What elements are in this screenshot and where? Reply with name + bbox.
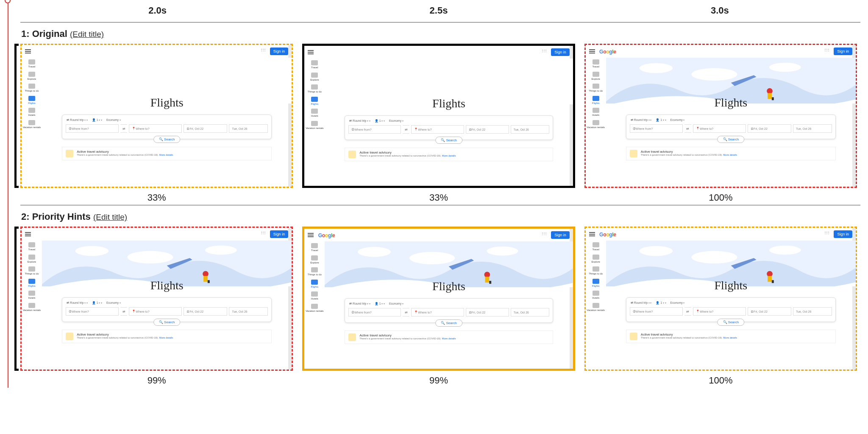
to-field: 📍 Where to? xyxy=(693,307,746,316)
hero-title: Flights xyxy=(714,279,747,292)
svg-rect-27 xyxy=(772,280,774,283)
visual-complete-pct: 99% xyxy=(429,371,448,388)
to-field: 📍 Where to? xyxy=(411,308,464,316)
trip-chip: ⇄ Round trip xyxy=(67,118,88,122)
visual-complete-pct: 33% xyxy=(429,188,448,205)
advisory-icon xyxy=(630,333,637,340)
swap-icon: ⇄ xyxy=(684,124,691,133)
advisory-icon xyxy=(348,151,356,158)
svg-point-2 xyxy=(691,68,737,81)
from-field: ⦿ Where from? xyxy=(348,125,401,134)
sidebar-item: Vacation rentals xyxy=(587,120,605,129)
sidebar-item: Travel xyxy=(587,242,605,251)
from-field: ⦿ Where from? xyxy=(66,307,119,316)
sidebar-item: Travel xyxy=(587,59,605,68)
sidebar-item: Travel xyxy=(22,242,41,251)
apps-grid-icon xyxy=(260,232,265,237)
apps-grid-icon xyxy=(823,232,829,237)
trip-chip: ⇄ Round trip xyxy=(349,119,370,123)
date-to-field: Tue, Oct 26 xyxy=(229,307,268,316)
svg-point-17 xyxy=(487,246,518,255)
sidebar-item: Vacation rentals xyxy=(22,303,41,312)
lcp-bracket xyxy=(14,44,19,188)
search-button: 🔍 Search xyxy=(153,319,181,326)
date-from-field: 🗓 Fri, Oct 22 xyxy=(466,308,509,316)
mini-sidebar: TravelExploreThings to doFlightsHotelsVa… xyxy=(22,241,42,371)
hamburger-icon xyxy=(25,232,31,236)
sidebar-item: Hotels xyxy=(587,108,605,117)
time-header: 2.0s 2.5s 3.0s xyxy=(17,0,860,22)
svg-rect-6 xyxy=(772,97,774,100)
trip-chip: ⇄ Round trip xyxy=(349,302,370,305)
pax-chip: 👤 1 xyxy=(375,302,385,305)
pax-chip: 👤 1 xyxy=(656,301,666,305)
filmstrip-frame[interactable]: Google Sign in TravelExploreThings to do… xyxy=(302,44,575,188)
filmstrip-frame[interactable]: Google Sign in TravelExploreThings to do… xyxy=(20,227,293,371)
pax-chip: 👤 1 xyxy=(375,119,385,123)
filmstrip-frame[interactable]: Google Sign in TravelExploreThings to do… xyxy=(302,227,575,371)
visual-complete-pct: 100% xyxy=(709,371,732,388)
search-card: ⇄ Round trip 👤 1 Economy ⦿ Where from? ⇄… xyxy=(626,115,836,139)
filmstrip-frame[interactable]: Google Sign in TravelExploreThings to do… xyxy=(584,227,857,371)
svg-point-4 xyxy=(767,88,773,94)
sign-in-button: Sign in xyxy=(834,230,852,238)
hero-title: Flights xyxy=(150,279,184,292)
sidebar-item: Flights xyxy=(305,97,324,106)
search-button: 🔍 Search xyxy=(435,137,462,144)
filmstrip-frame[interactable]: Google Sign in TravelExploreThings to do… xyxy=(20,44,293,188)
apps-grid-icon xyxy=(541,50,546,55)
svg-point-23 xyxy=(691,251,737,263)
svg-point-10 xyxy=(205,246,237,255)
mini-sidebar: TravelExploreThings to doFlightsHotelsVa… xyxy=(586,241,606,371)
google-logo: Google xyxy=(599,49,616,55)
lcp-bracket xyxy=(14,227,19,371)
advisory-title: Active travel advisory xyxy=(359,151,456,154)
date-from-field: 🗓 Fri, Oct 22 xyxy=(184,307,227,316)
filmstrip-frame[interactable]: Google Sign in TravelExploreThings to do… xyxy=(584,44,857,188)
svg-rect-26 xyxy=(768,276,772,282)
mini-sidebar: TravelExploreThings to doFlightsHotelsVa… xyxy=(22,58,42,188)
cabin-chip: Economy xyxy=(389,119,403,123)
date-to-field: Tue, Oct 26 xyxy=(511,125,549,134)
svg-point-9 xyxy=(127,251,173,263)
search-card: ⇄ Round trip 👤 1 Economy ⦿ Where from? ⇄… xyxy=(62,297,272,322)
sidebar-item: Travel xyxy=(305,60,324,69)
svg-point-11 xyxy=(203,271,209,277)
advisory-banner: Active travel advisory There's a governm… xyxy=(62,147,272,160)
date-to-field: Tue, Oct 26 xyxy=(793,124,832,133)
sidebar-item: Vacation rentals xyxy=(305,304,324,313)
mini-sidebar: TravelExploreThings to doFlightsHotelsVa… xyxy=(304,59,325,188)
swap-icon: ⇄ xyxy=(403,125,409,134)
sidebar-item: Vacation rentals xyxy=(305,121,324,130)
sign-in-button: Sign in xyxy=(834,48,852,55)
trip-chip: ⇄ Round trip xyxy=(67,301,88,305)
from-field: ⦿ Where from? xyxy=(630,307,683,316)
advisory-banner: Active travel advisory There's a governm… xyxy=(345,330,553,344)
advisory-detail: There's a government travel advisory rel… xyxy=(641,154,737,156)
advisory-banner: Active travel advisory There's a governm… xyxy=(626,147,836,160)
hamburger-icon xyxy=(25,49,31,53)
advisory-detail: There's a government travel advisory rel… xyxy=(77,154,173,156)
search-button: 🔍 Search xyxy=(435,319,462,327)
google-logo: Google xyxy=(599,232,616,238)
row-title: 1: Original (Edit title) xyxy=(17,22,860,44)
svg-point-3 xyxy=(769,63,801,72)
advisory-icon xyxy=(348,333,356,341)
mini-sidebar: TravelExploreThings to doFlightsHotelsVa… xyxy=(586,58,606,188)
sidebar-item: Things to do xyxy=(22,266,41,275)
edit-title-link[interactable]: (Edit title) xyxy=(93,213,127,221)
cabin-chip: Economy xyxy=(670,118,685,122)
sign-in-button: Sign in xyxy=(551,231,570,239)
search-button: 🔍 Search xyxy=(153,136,181,143)
edit-title-link[interactable]: (Edit title) xyxy=(70,30,104,39)
sidebar-item: Flights xyxy=(305,280,324,288)
swap-icon: ⇄ xyxy=(120,124,127,133)
advisory-icon xyxy=(66,333,73,340)
svg-rect-12 xyxy=(203,276,208,282)
hamburger-icon xyxy=(589,232,595,236)
sidebar-item: Hotels xyxy=(22,291,41,300)
advisory-title: Active travel advisory xyxy=(77,150,173,154)
svg-point-22 xyxy=(639,246,673,256)
advisory-icon xyxy=(66,150,73,157)
search-button: 🔍 Search xyxy=(718,319,745,326)
